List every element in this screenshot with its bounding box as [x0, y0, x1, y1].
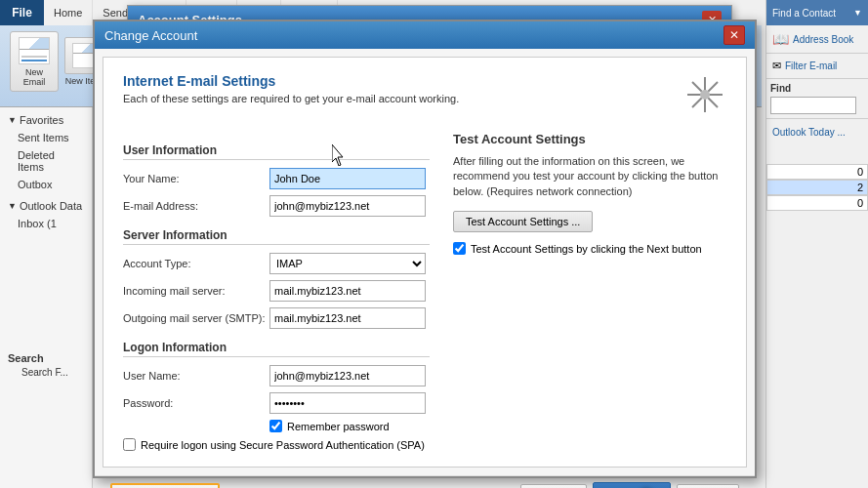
dialog-left-section: User Information Your Name: E-mail Addre… — [123, 132, 430, 451]
email-address-input[interactable] — [269, 195, 426, 217]
favorites-header: ▼ Favorites — [4, 111, 88, 129]
dialog-main: User Information Your Name: E-mail Addre… — [123, 132, 726, 451]
test-account-desc: After filling out the information on thi… — [453, 154, 726, 199]
dialog-footer: More Settings ... < Back Next Cancel — [95, 475, 755, 488]
remember-password-label: Remember password — [287, 421, 390, 432]
username-row: User Name: — [123, 365, 430, 386]
next-button[interactable]: Next — [593, 482, 671, 488]
your-name-input[interactable] — [269, 168, 426, 189]
remember-password-checkbox[interactable] — [269, 420, 282, 432]
svg-point-4 — [700, 90, 710, 100]
dialog-body: Internet E-mail Settings Each of these s… — [103, 57, 747, 468]
email-address-row: E-mail Address: — [123, 195, 430, 217]
remember-password-row: Remember password — [269, 420, 430, 432]
incoming-server-row: Incoming mail server: — [123, 280, 430, 302]
counter-0: 0 — [766, 164, 868, 180]
counter-2: 0 — [766, 195, 868, 211]
change-account-dialog: Change Account ✕ Internet E-mail Setting… — [93, 20, 757, 478]
new-email-button[interactable]: NewEmail — [10, 31, 59, 92]
account-type-select[interactable]: IMAP POP3 — [269, 253, 426, 274]
incoming-server-label: Incoming mail server: — [123, 285, 269, 297]
spa-checkbox[interactable] — [123, 438, 136, 451]
back-button[interactable]: < Back — [520, 484, 587, 488]
find-section: Find — [766, 79, 868, 119]
logon-info-title: Logon Information — [123, 341, 430, 357]
account-type-label: Account Type: — [123, 258, 269, 269]
spa-label: Require logon using Secure Password Auth… — [141, 439, 425, 451]
outlook-data-header: ▼ Outlook Data — [4, 197, 88, 215]
tab-home[interactable]: Home — [44, 0, 93, 25]
new-email-label: NewEmail — [23, 67, 46, 87]
sidebar-search-folders[interactable]: Search F... — [8, 364, 84, 381]
sidebar-inbox[interactable]: Inbox (1 — [4, 215, 88, 232]
spa-row: Require logon using Secure Password Auth… — [123, 438, 430, 451]
change-account-close-button[interactable]: ✕ — [723, 25, 745, 45]
file-tab[interactable]: File — [0, 0, 44, 25]
your-name-row: Your Name: — [123, 168, 430, 189]
test-account-title: Test Account Settings — [453, 132, 726, 146]
counter-1: 2 — [766, 180, 868, 195]
right-panel: Find a Contact ▼ 📖 Address Book ✉ Filter… — [765, 0, 868, 488]
auto-test-checkbox[interactable] — [453, 242, 466, 255]
dialog-right-section: Test Account Settings After filling out … — [453, 132, 726, 451]
incoming-server-input[interactable] — [269, 280, 426, 302]
dialog-header: Internet E-mail Settings Each of these s… — [123, 73, 726, 116]
your-name-label: Your Name: — [123, 173, 269, 184]
auto-test-row: Test Account Settings by clicking the Ne… — [453, 242, 726, 255]
username-label: User Name: — [123, 370, 269, 382]
search-label: Search — [8, 352, 84, 364]
outlook-today-button[interactable]: Outlook Today ... — [766, 119, 868, 144]
header-star-icon — [683, 73, 726, 116]
cancel-button[interactable]: Cancel — [677, 484, 739, 488]
dialog-header-desc: Each of these settings are required to g… — [123, 93, 459, 104]
dialog-header-title: Internet E-mail Settings — [123, 73, 459, 89]
server-info-title: Server Information — [123, 228, 430, 245]
outgoing-server-label: Outgoing mail server (SMTP): — [123, 312, 269, 324]
sidebar-outbox[interactable]: Outbox — [4, 176, 88, 193]
more-settings-button[interactable]: More Settings ... — [110, 483, 220, 488]
account-type-row: Account Type: IMAP POP3 — [123, 253, 430, 274]
filter-email-button[interactable]: ✉ Filter E-mail — [766, 54, 868, 79]
password-label: Password: — [123, 397, 269, 409]
email-address-label: E-mail Address: — [123, 200, 269, 212]
auto-test-label: Test Account Settings by clicking the Ne… — [471, 243, 702, 255]
footer-nav-buttons: < Back Next Cancel — [520, 482, 739, 488]
search-section: Search Search F... — [4, 349, 88, 384]
sidebar-deleted-items[interactable]: Deleted Items — [4, 146, 88, 176]
find-contact-bar: Find a Contact ▼ — [766, 0, 868, 25]
outgoing-server-row: Outgoing mail server (SMTP): — [123, 307, 430, 329]
test-account-settings-button[interactable]: Test Account Settings ... — [453, 211, 593, 232]
find-input[interactable] — [770, 97, 856, 114]
password-input[interactable] — [269, 392, 426, 414]
dialog-header-text: Internet E-mail Settings Each of these s… — [123, 73, 459, 104]
counters: 0 2 0 — [766, 164, 868, 211]
user-info-title: User Information — [123, 143, 430, 160]
username-input[interactable] — [269, 365, 426, 386]
change-account-titlebar: Change Account ✕ — [95, 21, 755, 49]
sidebar-sent-items[interactable]: Sent Items — [4, 129, 88, 146]
password-row: Password: — [123, 392, 430, 414]
address-book-button[interactable]: 📖 Address Book — [766, 25, 868, 54]
outgoing-server-input[interactable] — [269, 307, 426, 329]
